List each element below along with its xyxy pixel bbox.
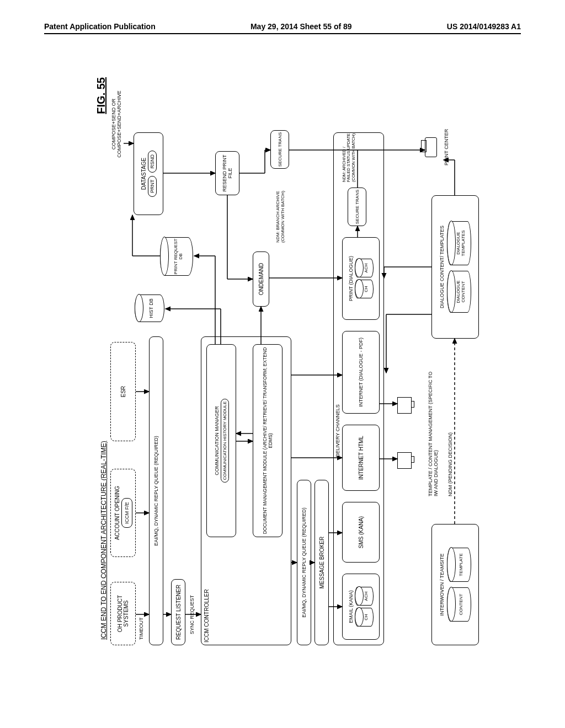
interwoven: INTERWOVEN / TEAMSITE CONTENT TEMPLATE	[431, 524, 479, 645]
dialogue-ct: DIALOGUE CONTENT/ TEMPLATES DIALOGUE CON…	[431, 195, 479, 339]
sync-request: SYNC REQUEST	[190, 595, 195, 634]
account-opening: ACCOUNT OPENING ICCM F/E	[110, 469, 136, 557]
print-request-db: PRINT REQUEST DB	[160, 237, 193, 276]
ndm-archived: NDM: ARCHIVED / FAILED STATUS UPDATE (CO…	[342, 132, 356, 182]
ndm-pending: NDM (PENDING DECISION)	[448, 386, 454, 496]
esr: ESR	[110, 342, 136, 441]
timeout-label: TIMEOUT	[139, 618, 145, 640]
message-broker: MESSAGE BROKER	[315, 480, 329, 645]
template-content-mgmt: TEMPLATE / CONTENT MANAGEMENT (SPECIFIC …	[428, 370, 439, 496]
computer-icon	[397, 452, 413, 469]
email-kana: EMAIL (KANA) CH ACH	[342, 574, 380, 640]
header-center: May 29, 2014 Sheet 55 of 89	[250, 22, 352, 31]
datastage: DATASTAGE PRNT RSND	[134, 132, 163, 215]
secure-trans-2: SECURE TRANS	[348, 188, 366, 226]
rsnd: RSND	[148, 151, 157, 173]
figure-label: FIG. 55	[95, 77, 108, 114]
architecture-diagram: ICCM END TO END COMPONENT ARCHITECTURE (…	[99, 77, 497, 651]
internet-pdf: INTERNET (DIALOGUE - PDF)	[342, 331, 380, 414]
comm-history: COMMUNICATION HISTORY MODULE	[221, 399, 229, 483]
hist-db: HIST DB	[135, 295, 164, 322]
comm-manager: COMMUNICATION MANAGER COMMUNICATION HIST…	[206, 344, 236, 537]
diagram-title: ICCM END TO END COMPONENT ARCHITECTURE (…	[100, 441, 108, 640]
page-header: Patent Application Publication May 29, 2…	[44, 22, 521, 34]
prnt: PRNT	[148, 176, 157, 197]
request-listener: REQUEST LISTENER	[171, 579, 185, 645]
computer-icon	[397, 397, 413, 414]
ondemand: ONDEMAND	[253, 251, 269, 307]
resend-print: RESEND PRINT FILE	[215, 151, 239, 195]
compose-note: COMPOSE+SEND OR COMPOSE+SEND+ARCHIVE	[111, 77, 122, 171]
doc-mgmt: DOCUMENT MANAGEMENT MODULE (ARCHIVE/ RET…	[253, 344, 282, 537]
header-left: Patent Application Publication	[44, 22, 156, 31]
header-right: US 2014/0149283 A1	[447, 22, 521, 31]
iccm-fe: ICCM F/E	[121, 498, 132, 528]
sms-kana: SMS (KANA)	[342, 502, 380, 563]
eai-mq-1: EAI/MQ, DYNAMIC REPLY QUEUE (REQUIRED)	[149, 336, 163, 645]
secure-trans-1: SECURE TRANS	[270, 130, 289, 169]
ndm-branch: NDM: BRANCH ARCHIVE (COMMON WITH BATCH)	[276, 182, 286, 243]
print-center: PRINT CENTER	[425, 129, 449, 165]
oh-product-systems: OH PRODUCT SYSTEMS	[110, 582, 136, 645]
print-dialogue: PRINT (DIALOGUE) CH ACH	[342, 237, 380, 320]
eai-mq-2: EAI/MQ, DYNAMIC REPLY QUEUE (REQUIRED)	[297, 480, 311, 645]
internet-html: INTERNET HTML	[342, 425, 380, 491]
